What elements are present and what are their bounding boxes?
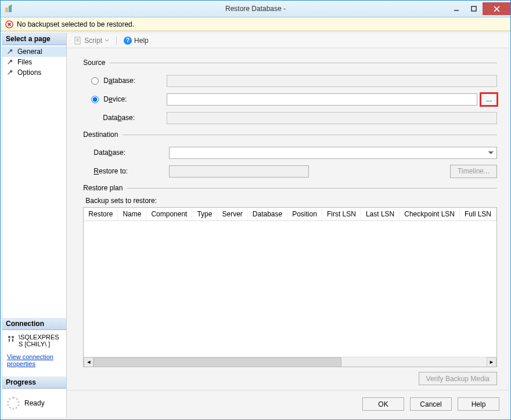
help-icon: ? bbox=[124, 37, 132, 45]
connection-header: Connection bbox=[2, 318, 66, 330]
svg-rect-14 bbox=[75, 37, 80, 44]
restore-to-input bbox=[169, 165, 309, 178]
app-icon bbox=[4, 4, 13, 13]
dropdown-icon bbox=[105, 38, 109, 43]
verify-backup-media-button: Verify Backup Media bbox=[419, 372, 497, 385]
horizontal-scrollbar[interactable]: ◄ ► bbox=[84, 357, 496, 367]
restore-plan-group: Restore plan bbox=[83, 184, 497, 192]
progress-status: Ready bbox=[24, 399, 45, 407]
scroll-right-icon[interactable]: ► bbox=[487, 357, 496, 367]
connection-text: \SQLEXPRESS [CHILY\ ] bbox=[19, 334, 62, 347]
table-header: Restore Name Component Type Server Datab… bbox=[84, 208, 496, 221]
wrench-icon bbox=[7, 48, 14, 55]
script-icon bbox=[74, 37, 82, 45]
page-label: General bbox=[17, 48, 42, 56]
page-label: Files bbox=[17, 58, 32, 66]
dialog-footer: OK Cancel Help bbox=[67, 390, 509, 418]
svg-rect-12 bbox=[9, 339, 10, 342]
dest-database-combo[interactable] bbox=[169, 147, 497, 159]
source-database-radio-label: Database: bbox=[103, 77, 135, 85]
browse-device-button[interactable]: ... bbox=[481, 93, 497, 106]
main-panel: Script ? Help Source Database: Device: bbox=[67, 33, 509, 418]
window-title: Restore Database - bbox=[225, 5, 286, 13]
svg-point-11 bbox=[12, 336, 14, 338]
source-device-radio-label: Device: bbox=[103, 95, 127, 103]
dest-database-label: Database: bbox=[93, 149, 125, 157]
source-device-input[interactable] bbox=[167, 93, 477, 106]
minimize-button[interactable] bbox=[448, 2, 465, 15]
source-device-radio[interactable] bbox=[91, 96, 99, 103]
notice-bar: No backupset selected to be restored. bbox=[1, 17, 510, 31]
toolbar: Script ? Help bbox=[67, 33, 509, 48]
titlebar[interactable]: Restore Database - bbox=[1, 1, 510, 17]
script-button[interactable]: Script bbox=[70, 35, 113, 46]
help-footer-button[interactable]: Help bbox=[458, 397, 499, 411]
source-group: Source bbox=[83, 59, 497, 67]
svg-rect-4 bbox=[472, 6, 476, 11]
source-database-combo bbox=[167, 75, 497, 87]
page-options[interactable]: Options bbox=[2, 67, 66, 78]
scroll-left-icon[interactable]: ◄ bbox=[84, 357, 93, 367]
svg-rect-0 bbox=[5, 8, 8, 12]
sidebar: Select a page General Files Options Conn… bbox=[2, 33, 67, 418]
notice-text: No backupset selected to be restored. bbox=[17, 20, 134, 28]
view-connection-properties-link[interactable]: View connection properties bbox=[7, 353, 62, 367]
scroll-thumb[interactable] bbox=[93, 357, 341, 367]
select-page-header: Select a page bbox=[2, 33, 66, 45]
progress-header: Progress bbox=[2, 376, 66, 389]
page-general[interactable]: General bbox=[2, 46, 66, 57]
svg-point-2 bbox=[10, 5, 12, 7]
source-db-subcombo bbox=[167, 112, 497, 124]
backup-sets-label: Backup sets to restore: bbox=[85, 197, 497, 205]
svg-rect-13 bbox=[12, 339, 13, 342]
dest-restore-to-label: Restore to: bbox=[93, 167, 128, 175]
restore-database-window: Restore Database - No backupset selected… bbox=[0, 0, 511, 420]
page-files[interactable]: Files bbox=[2, 57, 66, 67]
server-icon bbox=[7, 335, 15, 343]
destination-group: Destination bbox=[83, 131, 497, 139]
maximize-button[interactable] bbox=[465, 2, 483, 15]
help-button[interactable]: ? Help bbox=[120, 35, 152, 46]
svg-point-10 bbox=[8, 336, 10, 338]
close-button[interactable] bbox=[483, 2, 510, 15]
timeline-button: Timeline... bbox=[450, 165, 497, 178]
page-label: Options bbox=[17, 68, 41, 77]
error-icon bbox=[5, 20, 13, 28]
cancel-button[interactable]: Cancel bbox=[410, 397, 452, 411]
backup-sets-table[interactable]: Restore Name Component Type Server Datab… bbox=[83, 207, 497, 367]
ok-button[interactable]: OK bbox=[362, 397, 404, 411]
source-database-radio[interactable] bbox=[91, 77, 99, 85]
source-db-sublabel: Database: bbox=[103, 114, 135, 122]
wrench-icon bbox=[7, 59, 14, 66]
wrench-icon bbox=[7, 69, 14, 76]
progress-spinner-icon bbox=[7, 397, 20, 410]
